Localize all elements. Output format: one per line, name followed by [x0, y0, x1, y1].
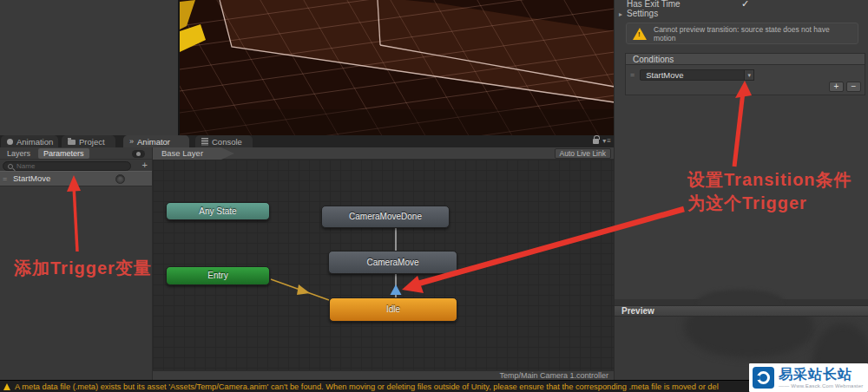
tab-label: Animation — [16, 137, 53, 147]
breadcrumb[interactable]: Base Layer — [153, 147, 234, 160]
easck-logo-icon — [753, 367, 774, 389]
warning-text: Cannot preview transition: source state … — [654, 25, 852, 42]
settings-label: Settings — [627, 9, 658, 18]
animation-icon — [7, 139, 13, 145]
annotation-add-trigger: 添加Trigger变量 — [14, 257, 152, 280]
tab-animation[interactable]: Animation — [1, 135, 58, 147]
chevron-right-icon: ▸ — [619, 10, 622, 18]
tab-label: Animator — [137, 137, 170, 147]
animator-graph: Base Layer Auto Live Link Any State Came… — [153, 147, 614, 380]
condition-value: StartMove — [646, 70, 683, 80]
state-node-entry[interactable]: Entry — [166, 266, 270, 285]
settings-foldout[interactable]: ▸Settings — [619, 9, 658, 18]
entry-transition-arrow[interactable] — [297, 284, 310, 295]
chevron-down-icon[interactable]: ▾ — [744, 69, 754, 81]
has-exit-time-label: Has Exit Time — [627, 0, 681, 9]
empty-panel — [0, 0, 178, 135]
drag-handle-icon[interactable]: = — [630, 70, 635, 79]
console-icon — [201, 138, 208, 146]
conditions-panel: Conditions = StartMove ▾ + − — [625, 53, 865, 95]
add-parameter-button[interactable]: + — [142, 160, 148, 170]
state-machine-canvas[interactable]: Any State CameraMoveDone CameraMove Entr… — [153, 160, 614, 370]
auto-live-link-button[interactable]: Auto Live Link — [555, 148, 611, 159]
watermark-subtitle: —— Www.Easck.Com Webmaster — [779, 383, 863, 389]
state-node-any-state[interactable]: Any State — [166, 202, 270, 220]
annotation-set-transition: 设置Transition条件 为这个Trigger — [687, 168, 852, 215]
dock-tabbar: Animation Project » Animator Console ▾≡ — [0, 135, 614, 147]
logo-notch — [754, 376, 760, 380]
search-icon — [8, 164, 13, 169]
scene-wireframe — [180, 0, 615, 135]
state-node-idle[interactable]: Idle — [329, 297, 457, 322]
controller-path: Temp/Main Camera 1.controller — [153, 370, 614, 380]
lock-icon[interactable] — [593, 139, 599, 144]
window-menu-icon[interactable]: ▾≡ — [602, 137, 612, 145]
transition-warning: ! Cannot preview transition: source stat… — [626, 23, 858, 44]
has-exit-time-checkbox[interactable]: ✓ — [741, 0, 749, 10]
tab-project[interactable]: Project — [62, 135, 115, 147]
watermark-title: 易采站长站 — [779, 368, 863, 382]
warning-icon: ! — [633, 28, 647, 40]
search-placeholder: Name — [16, 162, 35, 170]
animator-icon: » — [129, 135, 134, 147]
layers-parameters-bar: Layers Parameters — [0, 147, 152, 160]
eye-icon[interactable] — [132, 150, 145, 158]
tab-label: Project — [79, 137, 105, 147]
add-condition-button[interactable]: + — [829, 82, 844, 92]
subtab-parameters[interactable]: Parameters — [38, 148, 89, 159]
state-node-cameramovedone[interactable]: CameraMoveDone — [321, 206, 450, 228]
watermark: 易采站长站 —— Www.Easck.Com Webmaster — [749, 363, 868, 392]
parameter-row[interactable]: = StartMove — [0, 171, 152, 186]
unity-editor-window: Has Exit Time ✓ ▸Settings ! Cannot previ… — [0, 0, 868, 392]
trigger-toggle[interactable] — [115, 174, 125, 184]
scene-view[interactable] — [178, 0, 614, 135]
tab-console[interactable]: Console — [195, 135, 253, 147]
parameter-name: StartMove — [13, 173, 50, 183]
condition-row: = StartMove ▾ — [626, 67, 865, 82]
status-message: A meta data file (.meta) exists but its … — [15, 382, 719, 391]
tab-animator[interactable]: » Animator — [123, 135, 189, 147]
warning-icon — [3, 383, 10, 390]
watermark-texts: 易采站长站 —— Www.Easck.Com Webmaster — [779, 368, 863, 389]
state-node-cameramove[interactable]: CameraMove — [328, 251, 457, 274]
parameter-search-input[interactable]: Name — [3, 161, 131, 171]
preview-silhouette — [684, 317, 814, 358]
breadcrumb-bar: Base Layer Auto Live Link — [153, 147, 614, 160]
condition-parameter-dropdown[interactable]: StartMove ▾ — [640, 69, 754, 81]
conditions-header: Conditions — [626, 54, 865, 65]
annotation-line: 为这个Trigger — [687, 192, 852, 215]
conditions-footer: + − — [829, 82, 861, 92]
annotation-line: 设置Transition条件 — [687, 168, 852, 192]
remove-condition-button[interactable]: − — [846, 82, 861, 92]
preview-header[interactable]: Preview — [615, 305, 868, 317]
tab-label: Console — [212, 137, 242, 147]
console-status-bar[interactable]: A meta data file (.meta) exists but its … — [0, 380, 868, 392]
subtab-layers[interactable]: Layers — [2, 148, 36, 159]
drag-handle-icon[interactable]: = — [3, 174, 7, 183]
folder-icon — [68, 140, 76, 145]
selected-transition-arrow[interactable] — [391, 284, 402, 295]
